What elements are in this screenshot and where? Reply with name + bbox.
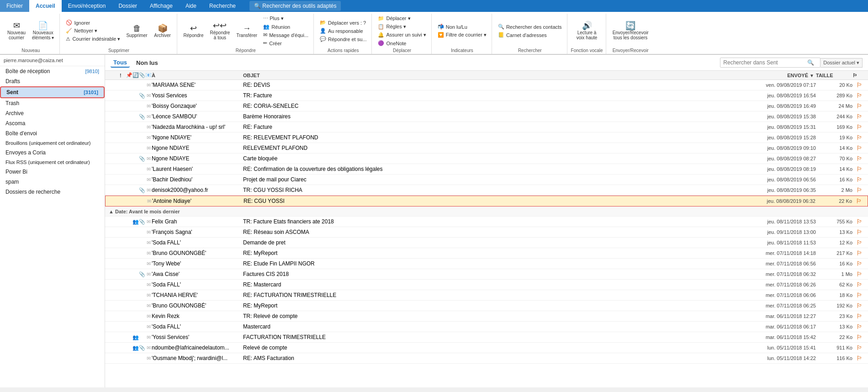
col-header-size[interactable]: TAILLE xyxy=(816,73,852,78)
email-row[interactable]: 📎 ✉ denisok2000@yahoo.fr TR: CGU YOSSI R… xyxy=(105,185,868,196)
row-flag[interactable]: 🏳 xyxy=(852,355,866,362)
email-row[interactable]: ✉ 'Bruno GOUNONGBÉ' RE: MyReport mer. 07… xyxy=(105,301,868,311)
email-row[interactable]: 📎 ✉ Ngone NDIAYE Carte bloquée jeu. 08/0… xyxy=(105,154,868,164)
tab-aide[interactable]: Aide xyxy=(179,0,203,12)
row-flag[interactable]: 🏳 xyxy=(852,218,866,225)
sidebar-item-trash[interactable]: Trash xyxy=(0,98,105,108)
email-row[interactable]: ✉ 'Laurent Haesen' RE: Confirmation de l… xyxy=(105,164,868,175)
btn-plus[interactable]: ⋯ Plus ▾ xyxy=(261,15,311,22)
btn-transferer[interactable]: → Transférer xyxy=(233,23,260,39)
row-flag[interactable]: 🏳 xyxy=(852,134,866,141)
row-flag[interactable]: 🏳 xyxy=(852,113,866,120)
sidebar-item-sent[interactable]: Sent [3101] xyxy=(0,86,105,98)
row-flag[interactable]: 🏳 xyxy=(852,197,866,205)
email-row[interactable]: ✉ 'Boissy Gonzaque' RE: CORIA-SENELEC je… xyxy=(105,101,868,111)
btn-assurer-suivi[interactable]: 🔔 Assurer un suivi ▾ xyxy=(376,31,428,39)
btn-courrier-indesirable[interactable]: ⚠ Courrier indésirable ▾ xyxy=(64,35,122,43)
btn-creer[interactable]: ✏ Créer xyxy=(261,39,311,47)
sidebar-item-ascoma[interactable]: Ascoma xyxy=(0,118,105,128)
email-row[interactable]: ✉ Ngone NDIAYE RELEVEMENT PLAFOND jeu. 0… xyxy=(105,143,868,154)
email-row[interactable]: ✉ 'François Sagna' RE: Réseau soin ASCOM… xyxy=(105,227,868,238)
filter-non-lus[interactable]: Non lus xyxy=(133,58,161,67)
row-flag[interactable]: 🏳 xyxy=(852,313,866,320)
sidebar-item-brouillons[interactable]: Brouillons (uniquement cet ordinateur) xyxy=(0,138,105,148)
col-header-date[interactable]: ENVOYÉ ▼ xyxy=(715,73,816,78)
row-flag[interactable]: 🏳 xyxy=(852,323,866,330)
btn-onenote[interactable]: 🟣 OneNote xyxy=(376,39,428,47)
search-icon-btn[interactable]: 🔍 xyxy=(805,59,816,66)
btn-ignorer[interactable]: 🚫 Ignorer xyxy=(64,19,122,26)
row-flag[interactable]: 🏳 xyxy=(852,249,866,257)
btn-message-equipe[interactable]: ✉ Message d'équi... xyxy=(261,31,311,39)
row-flag[interactable]: 🏳 xyxy=(852,281,866,288)
btn-rechercher-contacts[interactable]: 🔍 Rechercher des contacts xyxy=(496,23,564,31)
row-flag[interactable]: 🏳 xyxy=(852,302,866,309)
row-flag[interactable]: 🏳 xyxy=(852,334,866,341)
btn-au-responsable[interactable]: 👤 Au responsable xyxy=(318,27,369,35)
row-flag[interactable]: 🏳 xyxy=(852,102,866,110)
row-flag[interactable]: 🏳 xyxy=(852,344,866,351)
sidebar-item-envoyes-coria[interactable]: Envoyes a Coria xyxy=(0,148,105,158)
row-flag[interactable]: 🏳 xyxy=(852,165,866,173)
btn-deplacer-vers[interactable]: 📂 Déplacer vers : ? xyxy=(318,19,369,26)
sidebar-item-spam[interactable]: spam xyxy=(0,177,105,187)
row-flag[interactable]: 🏳 xyxy=(852,270,866,278)
email-row[interactable]: 👥 📎 ✉ ndoumbe@lafricainedelautom... Rele… xyxy=(105,343,868,353)
email-row[interactable]: 👥 📎 ✉ Felix Grah TR: Facture Etats finan… xyxy=(105,217,868,227)
email-row[interactable]: ✉ 'Bruno GOUNONGBÉ' RE: MyReport mer. 07… xyxy=(105,248,868,259)
col-header-sender[interactable]: À xyxy=(152,73,243,78)
email-row[interactable]: 📎 ✉ Yossi Services TR: Facture jeu. 08/0… xyxy=(105,90,868,101)
row-flag[interactable]: 🏳 xyxy=(852,123,866,131)
tab-accueil[interactable]: Accueil xyxy=(29,0,62,12)
search-tools-button[interactable]: 🔍 Rechercher des outils adaptés xyxy=(249,1,341,11)
row-flag[interactable]: 🏳 xyxy=(852,291,866,299)
btn-nouveau-courrier[interactable]: ✉ Nouveaucourrier xyxy=(5,20,28,42)
btn-nettoyer[interactable]: 🧹 Nettoyer ▾ xyxy=(64,27,122,35)
email-row[interactable]: ✉ 'Soda FALL' Demande de pret jeu. 08/11… xyxy=(105,238,868,248)
row-flag[interactable]: 🏳 xyxy=(852,81,866,89)
tab-envoi[interactable]: Envoi/réception xyxy=(62,0,112,12)
email-row[interactable]: ✉ 'Soda FALL' RE: Mastercard mer. 07/11/… xyxy=(105,280,868,290)
btn-supprimer[interactable]: 🗑 Supprimer xyxy=(123,23,150,39)
col-header-subject[interactable]: OBJET xyxy=(243,73,715,78)
btn-non-lu-lu[interactable]: 📬 Non lu/Lu xyxy=(435,23,489,31)
filter-tous[interactable]: Tous xyxy=(111,58,130,68)
btn-filtre-courrier[interactable]: 🔽 Filtre de courrier ▾ xyxy=(435,31,489,39)
row-flag[interactable]: 🏳 xyxy=(852,260,866,267)
email-row[interactable]: ✉ 'Soda FALL' Mastercard mar. 06/11/2018… xyxy=(105,322,868,332)
btn-reunion[interactable]: 👥 Réunion xyxy=(261,23,311,31)
btn-archiver[interactable]: 📦 Archiver xyxy=(151,23,174,39)
btn-envoyer-recevoir-tous[interactable]: 🔄 Envoyer/Recevoirtous les dossiers xyxy=(610,20,651,42)
row-flag[interactable]: 🏳 xyxy=(852,228,866,236)
sidebar-item-flux-rss[interactable]: Flux RSS (uniquement cet ordinateur) xyxy=(0,158,105,167)
email-row[interactable]: ✉ 'Bachir Diedhiou' Projet de mail pour … xyxy=(105,175,868,185)
row-flag[interactable]: 🏳 xyxy=(852,239,866,246)
email-row[interactable]: 📎 ✉ 'Léonce SAMBOU' Barème Honoraires je… xyxy=(105,111,868,122)
email-row[interactable]: ✉ 'Nadezda Marochkina - up! srl' RE: Fac… xyxy=(105,122,868,132)
email-row[interactable]: 👥 ✉ 'Yossi Services' FACTURATION TRIMEST… xyxy=(105,332,868,343)
email-row[interactable]: 📎 ✉ 'Awa Cisse' Factures CIS 2018 mer. 0… xyxy=(105,269,868,280)
btn-repondre[interactable]: ↩ Répondre xyxy=(181,23,206,39)
btn-repondre-tous[interactable]: ↩↩ Répondreà tous xyxy=(207,20,233,42)
sidebar-item-archive[interactable]: Archive xyxy=(0,108,105,118)
btn-regles[interactable]: 📋 Règles ▾ xyxy=(376,23,428,31)
dossier-actuel-dropdown[interactable]: Dossier actuel ▾ xyxy=(820,58,863,68)
row-flag[interactable]: 🏳 xyxy=(852,186,866,194)
sidebar-item-boite-envoi[interactable]: Boîte d'envoi xyxy=(0,128,105,138)
email-row[interactable]: ✉ 'Antoine Ndiaye' RE: CGU YOSSI jeu. 08… xyxy=(105,196,868,207)
tab-affichage[interactable]: Affichage xyxy=(143,0,179,12)
email-row[interactable]: ✉ 'TCHANIA HERVE' RE: FACTURATION TRIMES… xyxy=(105,290,868,301)
email-row[interactable]: ✉ Kevin Rezk TR: Relevé de compte mar. 0… xyxy=(105,311,868,322)
tab-recherche[interactable]: Recherche xyxy=(203,0,242,12)
sidebar-item-dossiers-recherche[interactable]: Dossiers de recherche xyxy=(0,187,105,197)
btn-deplacer[interactable]: 📁 Déplacer ▾ xyxy=(376,15,428,22)
tab-fichier[interactable]: Fichier xyxy=(0,0,29,12)
tab-dossier[interactable]: Dossier xyxy=(112,0,143,12)
row-flag[interactable]: 🏳 xyxy=(852,144,866,152)
email-row[interactable]: ✉ 'Tony Webe' RE: Etude Fin LAMPII NGOR … xyxy=(105,259,868,269)
sidebar-item-power-bi[interactable]: Power Bi xyxy=(0,167,105,177)
btn-repondre-suivi[interactable]: 💬 Répondre et su... xyxy=(318,35,369,43)
btn-carnet-adresses[interactable]: 📒 Carnet d'adresses xyxy=(496,31,564,39)
sidebar-item-inbox[interactable]: Boîte de réception [9810] xyxy=(0,66,105,76)
row-flag[interactable]: 🏳 xyxy=(852,176,866,183)
